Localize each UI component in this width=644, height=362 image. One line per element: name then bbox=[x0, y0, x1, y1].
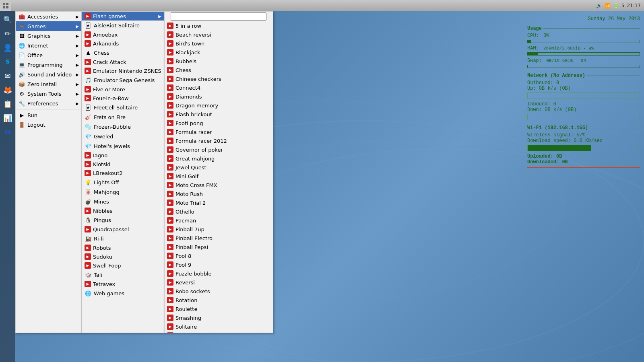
menu-tali[interactable]: 🎲 Tali bbox=[82, 270, 164, 280]
freecell-icon: 🃏 bbox=[85, 104, 92, 111]
dock-user[interactable]: 👤 bbox=[1, 41, 14, 54]
flash-governor-poker[interactable]: ▶ Governor of poker bbox=[165, 145, 273, 154]
menu-run[interactable]: ▶ Run bbox=[16, 110, 81, 120]
flash-smashing[interactable]: ▶ Smashing bbox=[165, 313, 273, 322]
menu-hotei[interactable]: 💎 Hotei's Jewels bbox=[82, 141, 164, 151]
flash-solitaire[interactable]: ▶ Solitaire bbox=[165, 322, 273, 331]
flash-moto-rush[interactable]: ▶ Moto Rush bbox=[165, 189, 273, 198]
flash-pinball-electro[interactable]: ▶ Pinball Electro bbox=[165, 234, 273, 243]
menu-games[interactable]: 🎮 Games ▶ bbox=[16, 21, 81, 31]
flash-search-input[interactable] bbox=[171, 12, 266, 21]
menu-arkanoids[interactable]: ▶ Arkanoids bbox=[82, 39, 164, 48]
flash-dragon-memory[interactable]: ▶ Dragon memory bbox=[165, 101, 273, 110]
menu-frets-on-fire[interactable]: 🎸 Frets on Fire bbox=[82, 112, 164, 122]
menu-lbreakout[interactable]: ▶ LBreakout2 bbox=[82, 169, 164, 177]
swap-label: Swap: bbox=[527, 58, 542, 64]
dock-browser[interactable]: 🦊 bbox=[1, 83, 14, 96]
menu-internet[interactable]: 🌐 Internet ▶ bbox=[16, 41, 81, 50]
flash-blackjack[interactable]: ▶ Blackjack bbox=[165, 48, 273, 57]
flash-formula-racer-2012[interactable]: ▶ Formula racer 2012 bbox=[165, 136, 273, 145]
flash-pool8[interactable]: ▶ Pool 8 bbox=[165, 251, 273, 260]
menu-chess[interactable]: ♟ Chess bbox=[82, 48, 164, 58]
flash-rotation[interactable]: ▶ Rotation bbox=[165, 296, 273, 304]
menu-accessories[interactable]: 🧰 Accessories ▶ bbox=[16, 12, 81, 21]
menu-swell-foop[interactable]: ▶ Swell Foop bbox=[82, 261, 164, 270]
flash-chinese-checkers[interactable]: ▶ Chinese checkers bbox=[165, 74, 273, 83]
menu-button[interactable] bbox=[0, 0, 11, 11]
flash-puzzle-bobble[interactable]: ▶ Puzzle bobble bbox=[165, 269, 273, 278]
menu-mahjongg[interactable]: 🀄 Mahjongg bbox=[82, 187, 164, 197]
menu-quadrapassel[interactable]: ▶ Quadrapassel bbox=[82, 225, 164, 234]
flash-diamonds[interactable]: ▶ Diamonds bbox=[165, 92, 273, 101]
menu-gweled[interactable]: 💎 Gweled bbox=[82, 132, 164, 141]
sysmon-panel: Sunday 26 May 2013 Usage CPU: 3% RAM: 26… bbox=[527, 16, 640, 173]
flash-othello[interactable]: ▶ Othello bbox=[165, 207, 273, 216]
flash-robo-sockets[interactable]: ▶ Robo sockets bbox=[165, 287, 273, 296]
flash-reversi[interactable]: ▶ Reversi bbox=[165, 278, 273, 287]
flash-bubbels[interactable]: ▶ Bubbels bbox=[165, 57, 273, 66]
menu-system-tools[interactable]: ⚙ System Tools ▶ bbox=[16, 89, 81, 99]
frets-icon: 🎸 bbox=[85, 113, 92, 121]
dock-editor[interactable]: ✏ bbox=[1, 27, 14, 40]
menu-iagno[interactable]: ▶ Iagno bbox=[82, 151, 164, 160]
menu-rili[interactable]: 🚂 Ri-li bbox=[82, 234, 164, 243]
menu-klotski[interactable]: ▶ Klotski bbox=[82, 160, 164, 169]
menu-emulator-nintendo[interactable]: ▶ Emulator Nintendo ZSNES bbox=[82, 66, 164, 75]
flash-sudoku[interactable]: ▶ Sudoku bbox=[165, 331, 273, 333]
flash-5inarow[interactable]: ▶ 5 in a row bbox=[165, 21, 273, 30]
menu-lights-off[interactable]: 💡 Lights Off bbox=[82, 177, 164, 187]
flash-brickout[interactable]: ▶ Flash brickout bbox=[165, 110, 273, 119]
menu-amoebax[interactable]: ▶ Amoebax bbox=[82, 30, 164, 39]
flash-chess[interactable]: ▶ Chess bbox=[165, 66, 273, 74]
menu-office[interactable]: 📄 Office ▶ bbox=[16, 50, 81, 60]
dock-spreadsheet[interactable]: 📊 bbox=[1, 111, 14, 124]
menu-mines[interactable]: 💣 Mines bbox=[82, 197, 164, 206]
flash-great-mahjong[interactable]: ▶ Great mahjong bbox=[165, 154, 273, 163]
flash-moto-trial[interactable]: ▶ Moto Trial 2 bbox=[165, 198, 273, 207]
menu-pingus[interactable]: 🐧 Pingus bbox=[82, 215, 164, 225]
uploaded-label: Uploaded: 0B bbox=[527, 154, 640, 159]
menu-freecell[interactable]: 🃏 FreeCell Solitaire bbox=[82, 103, 164, 112]
dock-clipboard[interactable]: 📋 bbox=[1, 97, 14, 110]
flash-formula2012-icon: ▶ bbox=[167, 138, 173, 144]
dock-search[interactable]: 🔍 bbox=[1, 13, 14, 26]
flash-birds-icon: ▶ bbox=[167, 40, 173, 47]
network-title: Network (No Address) bbox=[527, 73, 640, 78]
menu-sound-video[interactable]: 🔊 Sound and Video ▶ bbox=[16, 70, 81, 79]
menu-flash-games[interactable]: ▶ Flash games ▶ bbox=[82, 12, 164, 21]
date-display: Sunday 26 May 2013 bbox=[527, 16, 640, 22]
flash-pinball-7up[interactable]: ▶ Pinball 7up bbox=[165, 225, 273, 234]
menu-zero-install[interactable]: 📦 Zero Install ▶ bbox=[16, 79, 81, 89]
menu-graphics[interactable]: 🖼 Graphics ▶ bbox=[16, 31, 81, 41]
flash-pinball-pepsi[interactable]: ▶ Pinball Pepsi bbox=[165, 243, 273, 251]
flash-pacman[interactable]: ▶ Pacman bbox=[165, 216, 273, 225]
flash-moto-cross-icon: ▶ bbox=[167, 182, 173, 188]
menu-logout[interactable]: 🚪 Logout bbox=[16, 120, 81, 130]
flash-connect4[interactable]: ▶ Connect4 bbox=[165, 83, 273, 92]
menu-five-or-more[interactable]: ▶ Five or More bbox=[82, 85, 164, 94]
dock-email[interactable]: ✉ bbox=[1, 69, 14, 82]
menu-robots[interactable]: ▶ Robots bbox=[82, 243, 164, 252]
menu-tetravex[interactable]: ▶ Tetravex bbox=[82, 280, 164, 288]
flash-moto-cross[interactable]: ▶ Moto Cross FMX bbox=[165, 181, 273, 189]
flash-birds-town[interactable]: ▶ Bird's town bbox=[165, 39, 273, 48]
flash-roulette[interactable]: ▶ Roulette bbox=[165, 304, 273, 313]
menu-web-games[interactable]: 🌐 Web games bbox=[82, 288, 164, 298]
menu-emulator-sega[interactable]: 🎵 Emulator Sega Genesis bbox=[82, 75, 164, 85]
flash-jewel-quest[interactable]: ▶ Jewel Quest bbox=[165, 163, 273, 172]
dock-word[interactable]: W bbox=[1, 125, 14, 138]
menu-frozen-bubble[interactable]: 🫧 Frozen-Bubble bbox=[82, 122, 164, 132]
flash-footi-pong[interactable]: ▶ Footi pong bbox=[165, 119, 273, 128]
flash-mini-golf[interactable]: ▶ Mini Golf bbox=[165, 172, 273, 181]
dock-skype[interactable]: S bbox=[1, 55, 14, 68]
flash-formula-racer[interactable]: ▶ Formula racer bbox=[165, 128, 273, 136]
flash-pool9[interactable]: ▶ Pool 9 bbox=[165, 260, 273, 269]
menu-nibbles[interactable]: ▶ Nibbles bbox=[82, 206, 164, 215]
menu-sudoku[interactable]: ▶ Sudoku bbox=[82, 252, 164, 261]
menu-preferences[interactable]: 🔧 Preferences ▶ bbox=[16, 99, 81, 108]
menu-aisleriot[interactable]: 🃏 AisleRiot Solitaire bbox=[82, 21, 164, 30]
menu-crack-attack[interactable]: ▶ Crack Attack bbox=[82, 58, 164, 66]
menu-programming[interactable]: 💻 Programming ▶ bbox=[16, 60, 81, 70]
menu-four-in-a-row[interactable]: ▶ Four-in-a-Row bbox=[82, 94, 164, 103]
flash-beach-reversi[interactable]: ▶ Beach reversi bbox=[165, 30, 273, 39]
